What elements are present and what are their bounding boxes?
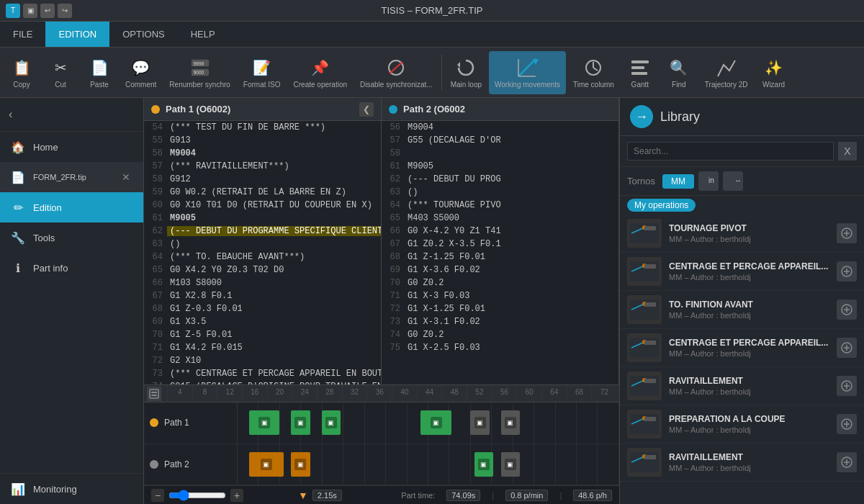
- gantt-cell: [428, 444, 449, 485]
- sidebar-item-edition[interactable]: ✏ Edition: [0, 192, 143, 222]
- list-item[interactable]: PREPARATION A LA COUPE MM – Author : ber…: [620, 405, 864, 444]
- win-icon2: ▣: [23, 4, 37, 18]
- table-row: 63 (): [144, 238, 381, 251]
- svg-rect-53: [644, 379, 656, 383]
- lib-add-btn[interactable]: [837, 223, 857, 243]
- gantt-cell: [598, 444, 618, 485]
- sidebar-item-edition-label: Edition: [33, 202, 62, 213]
- code-lines-right[interactable]: 56 M900457 G55 (DECALAGE D'OR58 61 M9005…: [382, 121, 618, 384]
- lib-add-btn[interactable]: [837, 376, 857, 396]
- line-number: 61: [144, 213, 167, 223]
- part-time-label: Part time:: [401, 491, 435, 500]
- time-indicator: ▼ 2.15s: [298, 490, 342, 501]
- ruler-tick: 20: [267, 385, 292, 402]
- list-item[interactable]: RAVITAILLEMENT MM – Author : bertholdj: [620, 444, 864, 482]
- sidebar-item-form2fr[interactable]: 📄 FORM_2FR.tip ✕: [0, 162, 143, 192]
- menu-edition[interactable]: EDITION: [45, 22, 109, 47]
- sidebar-item-home[interactable]: 🏠 Home: [0, 132, 143, 162]
- lib-add-btn[interactable]: [837, 414, 857, 434]
- speed2-value: 48.6 p/h: [573, 490, 612, 501]
- menu-file[interactable]: FILE: [0, 22, 45, 47]
- table-row: 65 G0 X4.2 Y0 Z0.3 T02 D0: [144, 264, 381, 276]
- gantt-cell: [598, 402, 618, 444]
- ruler-tick: 64: [541, 385, 567, 402]
- lib-item-meta: MM – Author : bertholdj: [669, 311, 829, 320]
- list-item[interactable]: CENTRAGE ET PERCAGE APPAREIL... MM – Aut…: [620, 329, 864, 367]
- toolbar-wizard[interactable]: ✨ Wizard: [755, 51, 793, 94]
- create-op-icon: 📌: [309, 56, 332, 79]
- toolbar-paste[interactable]: 📄 Paste: [81, 51, 118, 94]
- table-row: 69 G1 X3.5: [144, 315, 381, 328]
- gantt-bar-icon: ▣: [258, 417, 270, 428]
- toolbar-comment[interactable]: 💬 Comment: [120, 51, 162, 94]
- lib-add-btn[interactable]: [837, 338, 857, 358]
- toolbar-working-movements[interactable]: Working movements: [489, 51, 566, 94]
- sidebar-back-btn[interactable]: ‹: [0, 104, 143, 125]
- svg-text:9000: 9000: [193, 70, 204, 75]
- close-tab-btn[interactable]: ✕: [119, 170, 133, 184]
- lib-add-btn[interactable]: [837, 452, 857, 472]
- toolbar-find[interactable]: 🔍 Find: [660, 51, 698, 94]
- panel-collapse-left[interactable]: ❮: [359, 102, 374, 117]
- svg-rect-16: [631, 72, 647, 75]
- lib-search-input[interactable]: [627, 142, 834, 161]
- lib-tab-mm[interactable]: MM: [662, 174, 694, 189]
- speed1-value: 0.8 p/min: [505, 490, 548, 501]
- zoom-slider[interactable]: [168, 490, 226, 501]
- zoom-out-btn[interactable]: −: [151, 489, 164, 502]
- sidebar-item-partinfo[interactable]: ℹ Part info: [0, 253, 143, 283]
- sidebar-item-tools[interactable]: 🔧 Tools: [0, 222, 143, 253]
- lib-filter-my-operations[interactable]: My operations: [627, 199, 696, 212]
- menubar: FILE EDITION OPTIONS HELP: [0, 22, 864, 48]
- lib-thumb: [627, 333, 662, 362]
- zoom-in-btn[interactable]: +: [230, 489, 243, 502]
- line-number: 69: [144, 317, 167, 327]
- lib-add-btn[interactable]: [837, 261, 857, 282]
- lib-tab-inch[interactable]: in: [698, 171, 719, 191]
- table-row: 68 G1 Z-1.25 F0.01: [382, 251, 618, 264]
- lib-search-clear[interactable]: X: [838, 142, 857, 161]
- list-item[interactable]: RAVITAILLEMENT MM – Author : bertholdj: [620, 367, 864, 405]
- toolbar-trajectory[interactable]: Trajectory 2D: [699, 51, 754, 94]
- toolbar-copy[interactable]: 📋 Copy: [3, 51, 40, 94]
- code-lines-left[interactable]: 54 (*** TEST DU FIN DE BARRE ***)55 G913…: [144, 121, 381, 384]
- panel-dot-right: [389, 105, 397, 114]
- table-row: 57 (*** RAVITAILLEMENT***): [144, 160, 381, 173]
- toolbar-disable-sync[interactable]: Disable synchronizat...: [354, 51, 438, 94]
- monitoring-icon: 📊: [10, 481, 26, 497]
- gantt-cell: [577, 444, 598, 485]
- lib-tab-other[interactable]: ↔: [723, 171, 743, 191]
- gantt-bar: ▣: [420, 410, 451, 435]
- gantt-rows: Path 1 ▣▣▣▣▣▣ Path 2 ▣▣▣▣: [144, 402, 619, 485]
- lib-thumb: [627, 372, 662, 400]
- toolbar-renumber[interactable]: 99999000 Renumber synchro: [163, 51, 235, 94]
- toolbar-time-column[interactable]: Time column: [567, 51, 620, 94]
- cut-icon: ✂: [49, 56, 72, 79]
- library-arrow-icon: →: [630, 105, 653, 128]
- list-item[interactable]: TO. FINITION AVANT MM – Author : berthol…: [620, 291, 864, 329]
- menu-options[interactable]: OPTIONS: [109, 22, 178, 47]
- svg-rect-14: [631, 60, 649, 63]
- table-row: 58: [382, 147, 618, 160]
- gantt-content-path1: ▣▣▣▣▣▣: [238, 402, 619, 444]
- home-icon: 🏠: [10, 139, 26, 155]
- trajectory-icon: [715, 56, 738, 79]
- menu-help[interactable]: HELP: [178, 22, 228, 47]
- lib-add-btn[interactable]: [837, 300, 857, 320]
- table-row: 73 G1 X-3.1 F0.02: [382, 315, 618, 328]
- toolbar-gantt[interactable]: Gantt: [621, 51, 659, 94]
- toolbar-cut[interactable]: ✂ Cut: [42, 51, 79, 94]
- lib-tabs: Tornos MM in ↔: [620, 167, 864, 196]
- gantt-bar-icon: ▣: [505, 459, 516, 470]
- list-item[interactable]: CENTRAGE ET PERCAGE APPAREIL... MM – Aut…: [620, 253, 864, 291]
- line-number: 74: [382, 330, 405, 340]
- gantt-bar: ▣: [291, 452, 310, 477]
- toolbar-create-op[interactable]: 📌 Create operation: [288, 51, 354, 94]
- list-item[interactable]: TOURNAGE PIVOT MM – Author : bertholdj: [620, 215, 864, 253]
- sidebar-item-monitoring[interactable]: 📊 Monitoring: [0, 473, 143, 504]
- toolbar-main-loop[interactable]: Main loop: [445, 51, 487, 94]
- line-number: 75: [382, 343, 405, 353]
- toolbar-format-iso[interactable]: 📝 Format ISO: [238, 51, 287, 94]
- line-content: G1 Z-1.25 F0.01: [405, 252, 485, 262]
- gantt-cell: [449, 444, 470, 485]
